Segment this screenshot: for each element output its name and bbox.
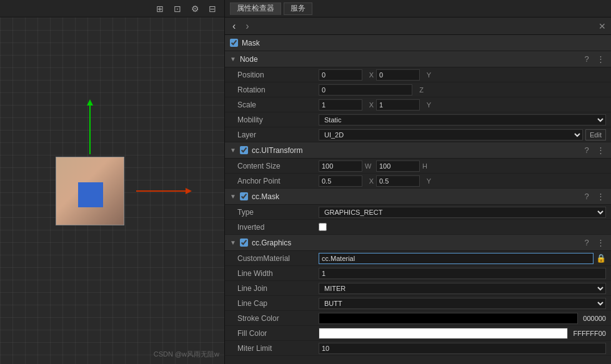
layer-edit-btn[interactable]: Edit (585, 129, 606, 140)
line-cap-value-area: BUTT (319, 298, 606, 309)
layer-value-area: UI_2D Edit (319, 129, 606, 140)
layer-label: Layer (237, 130, 319, 139)
inverted-row: Inverted (225, 220, 611, 235)
mask-section-name: cc.Mask (252, 192, 279, 201)
anchor-point-y-input[interactable] (376, 175, 420, 187)
mobility-label: Mobility (237, 116, 319, 124)
viewport-grid-btn[interactable]: ⊟ (206, 2, 219, 16)
panel-header: ‹ › ✕ (225, 17, 611, 35)
graphics-info-btn[interactable]: ? (581, 237, 592, 248)
position-label: Position (237, 71, 319, 79)
line-join-row: Line Join MITER (225, 281, 611, 296)
graphics-more-btn[interactable]: ⋮ (595, 237, 606, 248)
mask-component-header[interactable]: Mask (225, 35, 611, 51)
graphics-section-header[interactable]: ▼ cc.Graphics ? ⋮ (225, 235, 611, 251)
graphics-collapse-arrow: ▼ (230, 239, 236, 246)
tab-services[interactable]: 服务 (284, 2, 312, 15)
mask-sprite (56, 157, 124, 225)
position-x-input[interactable] (319, 69, 362, 81)
viewport: CSDN @w风雨无阻w (0, 17, 225, 364)
uitransform-section-header[interactable]: ▼ cc.UITransform ? ⋮ (225, 142, 611, 159)
line-join-label: Line Join (237, 284, 319, 293)
node-section-header[interactable]: ▼ Node ? ⋮ (225, 51, 611, 67)
inverted-value-area (319, 223, 606, 231)
node-info-btn[interactable]: ? (581, 54, 592, 65)
panel-close-btn[interactable]: ✕ (599, 21, 606, 31)
position-y-input[interactable] (376, 69, 420, 81)
stroke-color-swatch[interactable] (319, 313, 578, 324)
line-join-value-area: MITER (319, 283, 606, 294)
mask-section-header[interactable]: ▼ cc.Mask ? ⋮ (225, 189, 611, 205)
node-more-btn[interactable]: ⋮ (595, 54, 606, 65)
line-join-select[interactable]: MITER (319, 283, 606, 294)
anchor-point-x-axis: X (365, 177, 374, 185)
content-size-h-icon: H (422, 162, 431, 170)
scale-label: Scale (237, 101, 319, 109)
anchor-point-x-input[interactable] (319, 175, 362, 187)
uitransform-collapse-arrow: ▼ (230, 147, 236, 154)
node-section-name: Node (240, 55, 258, 64)
miter-limit-label: Miter Limit (237, 344, 319, 353)
content-size-h-input[interactable] (376, 160, 420, 172)
rotation-label: Rotation (237, 86, 319, 94)
content-size-label: Content Size (237, 162, 319, 170)
material-lock-btn[interactable]: 🔒 (596, 253, 606, 263)
mask-collapse-arrow: ▼ (230, 193, 236, 200)
custom-material-value-area: 🔒 (319, 253, 606, 264)
anchor-point-row: Anchor Point X Y (225, 174, 611, 189)
rotation-input[interactable] (319, 84, 412, 96)
viewport-frame-btn[interactable]: ⊡ (171, 2, 184, 16)
mobility-value-area: Static (319, 114, 606, 125)
viewport-settings-btn[interactable]: ⚙ (188, 2, 202, 16)
content-size-w-input[interactable] (319, 160, 362, 172)
mask-component-name: Mask (242, 39, 260, 47)
inverted-checkbox[interactable] (319, 223, 327, 231)
line-cap-select[interactable]: BUTT (319, 298, 606, 309)
line-width-row: Line Width (225, 266, 611, 281)
type-row: Type GRAPHICS_RECT (225, 205, 611, 220)
graphics-actions: ? ⋮ (581, 237, 606, 248)
line-cap-row: Line Cap BUTT (225, 296, 611, 311)
mask-info-btn[interactable]: ? (581, 191, 592, 202)
nav-back-btn[interactable]: ‹ (230, 21, 238, 32)
stroke-color-value-area: 000000 (319, 313, 606, 324)
uitransform-info-btn[interactable]: ? (581, 145, 592, 156)
graphics-section-name: cc.Graphics (252, 239, 291, 247)
mask-enabled-checkbox[interactable] (230, 39, 238, 47)
stroke-color-label: Stroke Color (237, 314, 319, 323)
line-width-input[interactable] (319, 268, 606, 279)
viewport-layout-btn[interactable]: ⊞ (153, 2, 167, 16)
position-x-axis: X (365, 71, 374, 79)
custom-material-input[interactable] (319, 253, 594, 264)
rotation-axis: Z (415, 86, 424, 94)
mobility-select[interactable]: Static (319, 114, 606, 125)
fill-color-value: FFFFFF00 (573, 330, 606, 337)
graphics-enabled-checkbox[interactable] (240, 239, 248, 247)
nav-forward-btn[interactable]: › (243, 21, 251, 32)
scale-y-input[interactable] (376, 99, 420, 111)
uitransform-actions: ? ⋮ (581, 145, 606, 156)
mask-section-enabled-checkbox[interactable] (240, 192, 248, 200)
node-collapse-arrow: ▼ (230, 56, 236, 62)
type-value-area: GRAPHICS_RECT (319, 207, 606, 218)
miter-limit-value-area (319, 343, 606, 354)
viewport-toolbar-area: ⊞ ⊡ ⚙ ⊟ (0, 0, 225, 17)
anchor-point-y-axis: Y (422, 177, 431, 185)
type-select[interactable]: GRAPHICS_RECT (319, 207, 606, 218)
watermark: CSDN @w风雨无阻w (154, 350, 219, 359)
scene-container (56, 157, 124, 225)
custom-material-label: CustomMaterial (237, 254, 319, 263)
main-content: CSDN @w风雨无阻w ‹ › ✕ Mask ▼ Node ? ⋮ Posit… (0, 17, 611, 364)
scale-value-area: X Y (319, 99, 606, 111)
uitransform-more-btn[interactable]: ⋮ (595, 145, 606, 156)
mask-more-btn[interactable]: ⋮ (595, 191, 606, 202)
node-section-actions: ? ⋮ (581, 54, 606, 65)
tab-properties[interactable]: 属性检查器 (230, 2, 281, 15)
layer-select[interactable]: UI_2D (319, 129, 583, 140)
scale-x-input[interactable] (319, 99, 362, 111)
uitransform-enabled-checkbox[interactable] (240, 146, 248, 154)
miter-limit-input[interactable] (319, 343, 606, 354)
fill-color-swatch[interactable] (319, 328, 568, 339)
fill-color-row: Fill Color FFFFFF00 (225, 326, 611, 341)
line-width-value-area (319, 268, 606, 279)
